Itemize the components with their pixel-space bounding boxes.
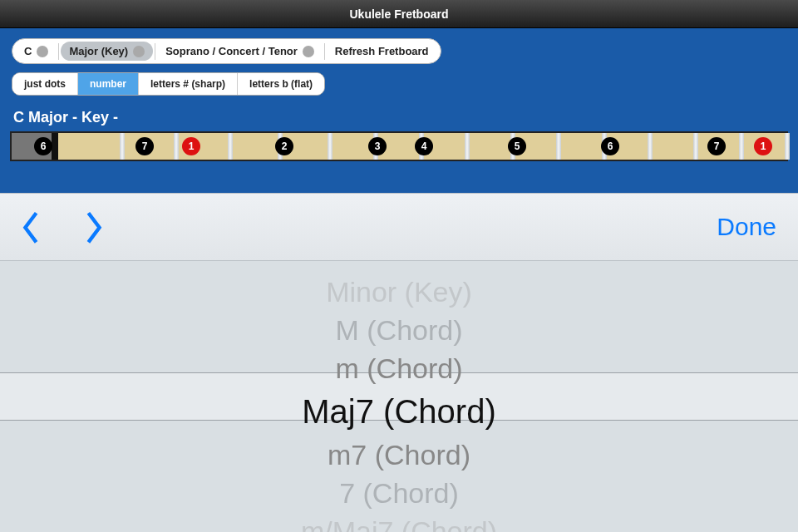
display-mode-number[interactable]: number [78,73,139,95]
divider [58,43,59,60]
picker-option[interactable]: M (Chord) [335,311,462,349]
tuning-picker-label: Soprano / Concert / Tenor [165,45,298,57]
note-dot: 1 [754,137,772,155]
note-dot: 3 [368,137,387,155]
picker-option[interactable]: Minor (Key) [326,273,472,311]
next-button[interactable] [85,211,103,243]
picker-option[interactable]: 7 (Chord) [339,474,459,512]
display-mode-letters-b-flat-[interactable]: letters b (flat) [238,73,324,95]
nav-arrows [22,211,103,243]
fret-line [328,133,332,160]
fret-line [465,133,470,160]
chevron-left-icon [22,211,40,244]
refresh-button[interactable]: Refresh Fretboard [327,42,437,61]
note-picker[interactable]: C [16,42,57,61]
picker-option[interactable]: m/Maj7 (Chord) [301,512,497,532]
app-title: Ukulele Fretboard [0,0,798,28]
fret-line [785,133,790,160]
dropdown-dot-icon [37,46,48,57]
note-dot: 7 [707,137,726,155]
fret-line [648,133,653,160]
chevron-right-icon [85,211,103,244]
note-dot: 1 [182,137,200,155]
display-mode-letters-sharp-[interactable]: letters # (sharp) [139,73,238,95]
picker-options: Minor (Key)M (Chord)m (Chord)Maj7 (Chord… [0,261,798,532]
dropdown-dot-icon [303,46,314,57]
picker-option[interactable]: m7 (Chord) [328,436,470,474]
picker-toolbar: Done [0,193,798,261]
note-picker-label: C [24,45,32,57]
prev-button[interactable] [22,211,40,243]
divider [324,43,325,60]
tuning-picker[interactable]: Soprano / Concert / Tenor [157,42,323,61]
scale-heading: C Major - Key - [0,106,798,131]
note-dot: 4 [415,137,433,155]
config-pill-row: C Major (Key) Soprano / Concert / Tenor … [12,38,441,64]
picker-option[interactable]: Maj7 (Chord) [302,387,495,436]
display-mode-just-dots[interactable]: just dots [12,73,78,95]
dropdown-dot-icon [133,46,145,57]
display-mode-segmented: just dotsnumberletters # (sharp)letters … [12,72,325,96]
fretboard[interactable]: 6712345671 [10,131,788,161]
mode-picker-label: Major (Key) [69,45,128,57]
note-dot: 6 [601,137,619,155]
fret-line [693,133,698,160]
note-dot: 2 [275,137,293,155]
fret-line [739,133,744,160]
note-dot: 5 [508,137,526,155]
fretboard-container: 6712345671 [0,131,798,161]
refresh-button-label: Refresh Fretboard [335,45,429,57]
fret-line [556,133,561,160]
note-dot: 6 [34,137,52,155]
fret-line [174,133,179,160]
picker-wheel[interactable]: Minor (Key)M (Chord)m (Chord)Maj7 (Chord… [0,261,798,532]
done-button[interactable]: Done [717,213,776,241]
toolbar: C Major (Key) Soprano / Concert / Tenor … [0,28,798,106]
divider [155,43,155,60]
picker-option[interactable]: m (Chord) [335,349,462,387]
fret-line [228,133,233,160]
note-dot: 7 [135,137,154,155]
fret-line [120,133,125,160]
mode-picker[interactable]: Major (Key) [61,42,153,61]
